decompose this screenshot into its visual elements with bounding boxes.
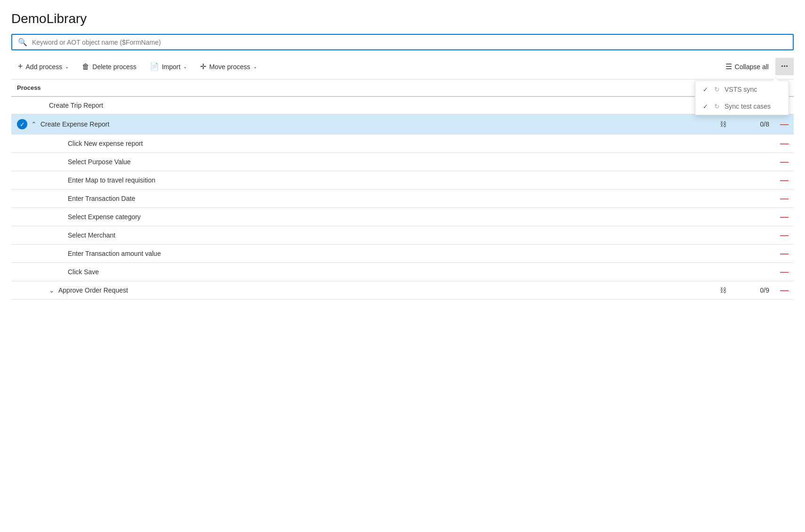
count-cell <box>737 171 775 190</box>
count-cell: 0/8 <box>737 114 775 135</box>
process-cell: Select Merchant <box>11 227 709 244</box>
table-row[interactable]: Select Purpose Value — <box>11 153 794 171</box>
check-icon-sync: ✓ <box>703 103 709 110</box>
action-cell[interactable]: — <box>775 245 794 263</box>
process-cell: Click New expense report <box>11 135 709 152</box>
move-process-button[interactable]: ✛ Move process ⌄ <box>193 58 263 75</box>
count-cell <box>737 245 775 263</box>
link-icon: ⛓ <box>720 120 726 128</box>
add-process-button[interactable]: + Add process ⌄ <box>11 58 75 75</box>
count-cell <box>737 135 775 153</box>
collapse-icon: ☰ <box>725 62 732 71</box>
search-input[interactable] <box>32 39 787 46</box>
import-button[interactable]: 📄 Import ⌄ <box>143 58 194 75</box>
chevron-down-icon: ⌄ <box>65 64 69 69</box>
toolbar: + Add process ⌄ 🗑 Delete process 📄 Impor… <box>11 58 794 79</box>
remove-icon[interactable]: — <box>780 286 789 295</box>
delete-process-label: Delete process <box>92 63 136 71</box>
search-icon: 🔍 <box>18 38 27 47</box>
import-icon: 📄 <box>150 62 159 71</box>
process-cell: Enter Transaction amount value <box>11 245 709 262</box>
count-cell <box>737 208 775 226</box>
sync-icon-vsts: ↻ <box>714 86 720 93</box>
action-cell[interactable]: — <box>775 263 794 281</box>
dropdown-item-sync-test-cases[interactable]: ✓ ↻ Sync test cases <box>695 98 789 115</box>
icon-cell <box>709 153 737 171</box>
more-options-button[interactable]: ··· <box>775 58 794 75</box>
process-cell: Select Expense category <box>11 208 709 225</box>
process-name: Approve Order Request <box>58 286 128 294</box>
vsts-sync-label: VSTS sync <box>724 86 757 93</box>
action-cell[interactable]: — <box>775 281 794 300</box>
table-row[interactable]: Enter Map to travel requisition — <box>11 171 794 190</box>
icon-cell <box>709 263 737 281</box>
action-cell[interactable]: — <box>775 135 794 153</box>
table-row[interactable]: Create Trip Report <box>11 96 794 114</box>
process-cell: Enter Transaction Date <box>11 190 709 207</box>
icon-cell <box>709 171 737 190</box>
table-row[interactable]: Click Save — <box>11 263 794 281</box>
process-name: Click New expense report <box>68 140 143 147</box>
col-header-process: Process <box>11 79 709 96</box>
remove-icon[interactable]: — <box>780 139 789 148</box>
table-row[interactable]: Select Expense category — <box>11 208 794 226</box>
action-cell[interactable]: — <box>775 171 794 190</box>
icon-cell <box>709 190 737 208</box>
icon-cell: ⛓ <box>709 114 737 135</box>
process-name: Create Expense Report <box>40 120 109 128</box>
action-cell[interactable]: — <box>775 153 794 171</box>
remove-icon[interactable]: — <box>780 267 789 277</box>
icon-cell <box>709 208 737 226</box>
process-cell: Click Save <box>11 263 709 280</box>
table-row[interactable]: Select Merchant — <box>11 226 794 245</box>
action-cell[interactable]: — <box>775 208 794 226</box>
table-row[interactable]: Click New expense report — <box>11 135 794 153</box>
process-name: Enter Map to travel requisition <box>68 176 155 184</box>
process-table: Process ved Create Trip Report <box>11 79 794 300</box>
count-cell <box>737 190 775 208</box>
process-name: Select Merchant <box>68 231 115 239</box>
move-process-label: Move process <box>209 63 250 71</box>
process-cell: ⌄ Approve Order Request <box>11 282 709 299</box>
sync-test-cases-label: Sync test cases <box>724 103 771 110</box>
remove-icon[interactable]: — <box>780 119 789 129</box>
dropdown-item-vsts-sync[interactable]: ✓ ↻ VSTS sync <box>695 81 789 98</box>
sync-icon-test: ↻ <box>714 103 720 110</box>
table-row[interactable]: Enter Transaction amount value — <box>11 245 794 263</box>
remove-icon[interactable]: — <box>780 249 789 258</box>
remove-icon[interactable]: — <box>780 157 789 167</box>
process-name: Enter Transaction amount value <box>68 250 161 257</box>
table-row[interactable]: ⌄ Approve Order Request ⛓ 0/9 — <box>11 281 794 300</box>
action-cell[interactable]: — <box>775 226 794 245</box>
remove-icon[interactable]: — <box>780 175 789 185</box>
action-cell[interactable]: — <box>775 114 794 135</box>
remove-icon[interactable]: — <box>780 230 789 240</box>
process-cell: Enter Map to travel requisition <box>11 172 709 189</box>
chevron-down-icon-move: ⌄ <box>253 64 257 69</box>
chevron-down-icon-import: ⌄ <box>183 64 187 69</box>
check-icon-vsts: ✓ <box>703 86 709 93</box>
action-cell[interactable]: — <box>775 190 794 208</box>
remove-icon[interactable]: — <box>780 194 789 203</box>
process-table-container: Process ved Create Trip Report <box>11 79 794 300</box>
table-row[interactable]: ✓ ⌃ Create Expense Report ⛓ 0/8 — <box>11 114 794 135</box>
delete-process-button[interactable]: 🗑 Delete process <box>75 59 143 75</box>
remove-icon[interactable]: — <box>780 212 789 222</box>
table-row[interactable]: Enter Transaction Date — <box>11 190 794 208</box>
search-bar: 🔍 <box>11 34 794 50</box>
process-cell: ✓ ⌃ Create Expense Report <box>11 114 709 134</box>
link-icon: ⛓ <box>720 286 726 294</box>
icon-cell <box>709 226 737 245</box>
count-cell <box>737 153 775 171</box>
process-name: Create Trip Report <box>49 102 103 109</box>
trash-icon: 🗑 <box>82 63 89 71</box>
expand-chevron-up: ⌃ <box>31 120 37 128</box>
table-header-row: Process ved <box>11 79 794 96</box>
count-cell <box>737 263 775 281</box>
collapse-all-button[interactable]: ☰ Collapse all <box>719 58 775 75</box>
count-cell <box>737 226 775 245</box>
icon-cell: ⛓ <box>709 281 737 300</box>
check-circle-icon: ✓ <box>17 119 27 129</box>
process-name: Select Expense category <box>68 213 141 221</box>
process-cell: Create Trip Report <box>11 97 709 114</box>
